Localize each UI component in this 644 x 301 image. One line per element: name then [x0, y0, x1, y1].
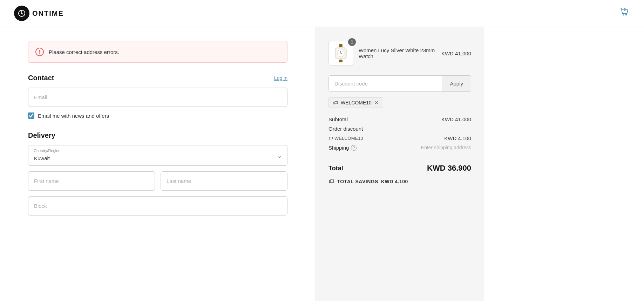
subtotal-label: Subtotal [328, 116, 348, 122]
delivery-title: Delivery [28, 131, 287, 139]
product-price: KWD 41.000 [441, 50, 471, 56]
divider [328, 158, 471, 158]
order-discount-value: – KWD 4.100 [440, 135, 471, 141]
apply-button[interactable]: Apply [442, 75, 471, 92]
savings-row: 🏷 TOTAL SAVINGS KWD 4.100 [328, 178, 471, 185]
newsletter-row: Email me with news and offers [28, 112, 287, 119]
savings-value: KWD 4.100 [381, 179, 408, 184]
product-quantity-badge: 1 [348, 38, 356, 46]
login-link[interactable]: Log in [274, 75, 287, 81]
remove-discount-button[interactable]: ✕ [374, 100, 379, 105]
shipping-value: Enter shipping address [421, 145, 471, 151]
order-discount-label-row: Order discount [328, 126, 471, 132]
newsletter-label: Email me with news and offers [38, 113, 109, 119]
logo-text: ONTIME [32, 9, 64, 18]
discount-row: Apply [328, 75, 471, 92]
country-select[interactable]: Kuwait [28, 145, 287, 166]
contact-section-header: Contact Log in [28, 74, 287, 82]
tag-icon: 🏷 [333, 100, 338, 105]
applied-discount-tag: 🏷 WELCOME10 ✕ [328, 97, 471, 116]
order-discount-label: Order discount [328, 126, 363, 132]
left-panel: ! Please correct address errors. Contact… [0, 27, 316, 301]
product-image-wrap: 1 [328, 41, 353, 66]
country-wrapper: Country/Region Kuwait ⌄ [28, 145, 287, 166]
savings-label: TOTAL SAVINGS [337, 179, 378, 184]
shipping-label: Shipping ? [328, 145, 357, 151]
product-item: 1 Women Lucy Silver White 23mm Watch KWD… [328, 41, 471, 66]
svg-rect-7 [339, 60, 343, 62]
contact-title: Contact [28, 74, 54, 82]
error-banner: ! Please correct address errors. [28, 41, 287, 63]
total-label: Total [328, 165, 343, 172]
cart-button[interactable] [619, 7, 630, 20]
name-row [28, 171, 287, 191]
product-name: Women Lucy Silver White 23mm Watch [359, 47, 436, 59]
svg-point-4 [623, 14, 624, 15]
newsletter-checkbox[interactable] [28, 112, 34, 119]
block-field[interactable] [28, 196, 287, 216]
applied-code-label: WELCOME10 [341, 100, 372, 105]
shipping-row: Shipping ? Enter shipping address [328, 145, 471, 151]
order-discount-code: 🏷 WELCOME10 [328, 136, 363, 141]
subtotal-value: KWD 41.000 [441, 116, 471, 122]
error-icon: ! [35, 48, 44, 56]
main-layout: ! Please correct address errors. Contact… [0, 27, 644, 301]
email-field[interactable] [28, 88, 287, 107]
total-row: Total KWD 36.900 [328, 164, 471, 173]
first-name-field[interactable] [28, 171, 155, 191]
logo-icon [14, 6, 29, 21]
subtotal-row: Subtotal KWD 41.000 [328, 116, 471, 122]
svg-rect-6 [339, 44, 343, 47]
total-value: KWD 36.900 [427, 164, 471, 173]
svg-point-3 [21, 13, 22, 14]
error-message: Please correct address errors. [49, 49, 119, 55]
header: ONTIME [0, 0, 644, 27]
savings-icon: 🏷 [328, 178, 334, 185]
order-discount-detail-row: 🏷 WELCOME10 – KWD 4.100 [328, 135, 471, 141]
last-name-field[interactable] [161, 171, 287, 191]
svg-point-5 [626, 14, 627, 15]
shipping-info-icon[interactable]: ? [351, 145, 357, 151]
discount-code-input[interactable] [328, 75, 442, 92]
delivery-section: Delivery Country/Region Kuwait ⌄ [28, 131, 287, 216]
logo: ONTIME [14, 6, 64, 21]
right-panel: 1 Women Lucy Silver White 23mm Watch KWD… [316, 27, 484, 301]
discount-tag-icon-small: 🏷 [328, 136, 333, 141]
